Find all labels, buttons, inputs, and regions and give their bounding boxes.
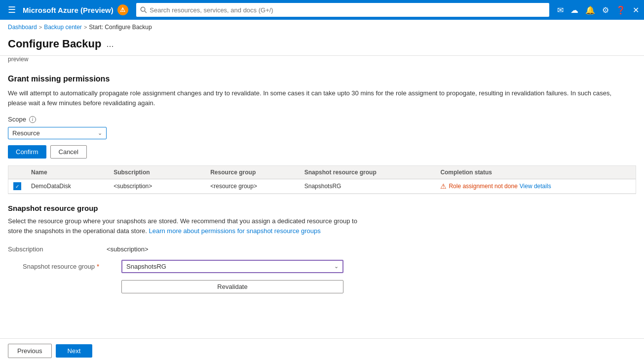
grant-permissions-title: Grant missing permissions [8,75,636,83]
confirm-button[interactable]: Confirm [8,145,46,159]
app-title: Microsoft Azure (Preview) [23,6,114,14]
bell-icon[interactable]: 🔔 [585,5,595,15]
row-name: DemoDataDisk [26,179,109,194]
scope-info-icon[interactable]: i [29,116,36,123]
subscription-label: Subscription [8,242,107,253]
snapshot-section-title: Snapshot resource group [8,204,636,212]
search-bar-container [136,3,549,17]
scope-chevron-icon: ⌄ [98,130,102,136]
breadcrumb-current: Start: Configure Backup [89,24,152,31]
subscription-value: <subscription> [107,242,149,253]
revalidate-button[interactable]: Revalidate [121,280,343,293]
required-star: * [97,263,99,270]
subscription-form-group: Subscription <subscription> [8,242,636,253]
action-buttons: Confirm Cancel [8,145,636,159]
scope-row: Scope i [8,116,636,123]
svg-line-1 [145,11,147,13]
breadcrumb-backup-center[interactable]: Backup center [44,24,82,31]
close-icon[interactable]: ✕ [633,5,639,15]
col-status[interactable]: Completion status [435,166,636,179]
snapshot-rg-dropdown[interactable]: SnapshotsRG ⌄ [121,260,343,273]
permissions-table: Name Subscription Resource group Snapsho… [8,166,636,194]
row-subscription: <subscription> [109,179,189,194]
breadcrumb-dashboard[interactable]: Dashboard [8,24,37,31]
search-input[interactable] [150,6,545,14]
breadcrumb-sep-1: > [39,24,42,30]
row-snapshot-rg: SnapshotsRG [300,179,436,194]
col-resource-group[interactable]: Resource group [205,166,300,179]
breadcrumb: Dashboard > Backup center > Start: Confi… [0,20,644,35]
table-container: Name Subscription Resource group Snapsho… [8,165,636,194]
notification-alert-icon[interactable]: ⚠ [117,4,128,15]
breadcrumb-sep-2: > [84,24,87,30]
row-extra [189,179,205,194]
help-icon[interactable]: ❓ [616,5,626,15]
snapshot-rg-label: Snapshot resource group * [23,260,121,270]
col-name[interactable]: Name [26,166,109,179]
snapshot-rg-form-group: Snapshot resource group * SnapshotsRG ⌄ … [8,260,636,293]
preview-label: preview [0,56,644,67]
snapshot-section-description: Select the resource group where your sna… [8,216,363,236]
top-nav: ☰ Microsoft Azure (Preview) ⚠ ✉ ☁ 🔔 ⚙ ❓ … [0,0,644,20]
scope-dropdown-value: Resource [12,129,40,137]
more-options-button[interactable]: ... [106,39,114,49]
cloud-icon[interactable]: ☁ [570,5,578,15]
row-resource-group: <resource group> [205,179,300,194]
svg-point-0 [141,7,145,11]
status-text: Role assignment not done [449,183,517,190]
table-row: ✓ DemoDataDisk <subscription> <resource … [8,179,636,194]
nav-icons: ✉ ☁ 🔔 ⚙ ❓ ✕ [557,5,639,15]
row-status: ⚠ Role assignment not done View details [435,179,636,194]
row-checkbox-cell[interactable]: ✓ [8,179,26,194]
table-header-row: Name Subscription Resource group Snapsho… [8,166,636,179]
scope-label: Scope [8,116,26,123]
col-extra [189,166,205,179]
snapshot-section: Snapshot resource group Select the resou… [8,204,636,293]
snapshot-rg-chevron-icon: ⌄ [334,263,339,270]
col-snapshot-rg[interactable]: Snapshot resource group [300,166,436,179]
main-content: Grant missing permissions We will attemp… [0,67,644,308]
col-subscription[interactable]: Subscription [109,166,189,179]
page-title-area: Configure Backup ... [0,35,644,56]
search-icon [140,6,147,13]
col-checkbox [8,166,26,179]
cancel-button[interactable]: Cancel [50,145,87,159]
grant-permissions-description: We will attempt to automatically propaga… [8,88,624,108]
snapshot-rg-dropdown-value: SnapshotsRG [126,263,166,270]
email-icon[interactable]: ✉ [557,5,564,15]
view-details-link[interactable]: View details [520,183,551,190]
hamburger-menu[interactable]: ☰ [5,4,19,15]
snapshot-rg-label-text: Snapshot resource group [23,263,95,270]
page-title: Configure Backup [8,38,101,50]
scope-dropdown[interactable]: Resource ⌄ [8,127,107,139]
settings-icon[interactable]: ⚙ [602,5,609,15]
error-icon: ⚠ [440,182,447,190]
status-error: ⚠ Role assignment not done View details [440,182,631,190]
row-checkbox[interactable]: ✓ [13,182,21,190]
learn-more-link[interactable]: Learn more about permissions for snapsho… [149,227,320,235]
